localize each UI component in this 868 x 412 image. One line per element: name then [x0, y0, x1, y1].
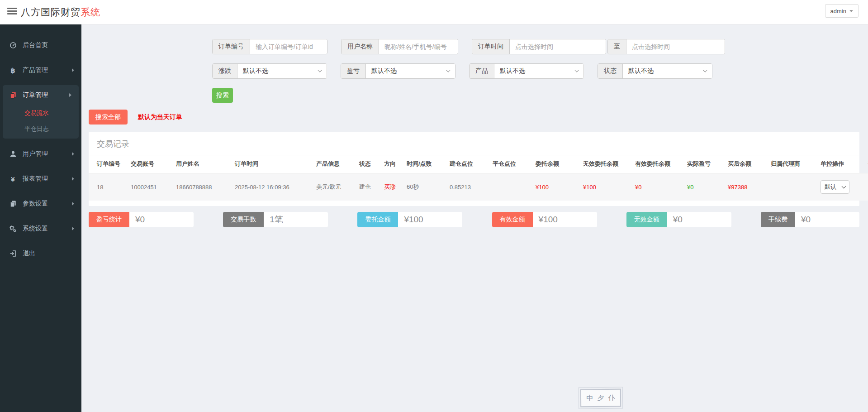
filter-group-user-name: 用户名称 [341, 39, 458, 54]
stat-value-profit-total: ¥0 [129, 212, 194, 227]
column-header: 详情 [864, 155, 868, 173]
column-header: 订单时间 [231, 155, 313, 173]
column-header: 方向 [380, 155, 403, 173]
stat-box-trade-count: 交易手数1笔 [223, 212, 328, 227]
search-all-button[interactable]: 搜索全部 [89, 110, 128, 125]
app-title: 八方国际财贸系统 [21, 6, 100, 19]
filter-group-product: 产品默认不选 [469, 63, 584, 79]
watermark-glyph: 夕 [597, 393, 604, 402]
chevron-down-icon [446, 68, 450, 72]
yen-icon: ¥ [9, 175, 17, 183]
chevron-down-icon [574, 68, 579, 72]
table-cell: 10002451 [127, 173, 172, 201]
filter-input-order-no[interactable] [250, 39, 327, 54]
column-header: 实际盈亏 [683, 155, 724, 173]
stat-box-invalid-amount: 无效金额¥0 [626, 212, 731, 227]
filter-input-order-time-end[interactable] [626, 39, 725, 54]
column-header: 状态 [356, 155, 380, 173]
table-cell: 0.85213 [446, 173, 489, 201]
chevron-down-icon [703, 68, 707, 72]
filter-select-profit[interactable]: 默认不选 [366, 64, 455, 78]
column-header: 建仓点位 [446, 155, 489, 173]
table-cell [864, 173, 868, 201]
watermark-glyph: 中 [586, 394, 593, 402]
sidebar-item-dashboard[interactable]: 后台首页 [0, 35, 81, 55]
filter-group-profit: 盈亏默认不选 [341, 63, 455, 79]
gears-icon [9, 225, 17, 233]
select-value: 默认不选 [371, 67, 397, 75]
sidebar-item-users[interactable]: 用户管理 [0, 144, 81, 164]
chevron-right-icon [72, 177, 74, 181]
chevron-down-icon [842, 184, 846, 189]
table-row: 1810002451186607888882025-08-12 16:09:36… [89, 173, 868, 201]
sidebar-item-products[interactable]: ฿产品管理 [0, 60, 81, 80]
filter-input-order-time-start[interactable] [510, 39, 606, 54]
table-cell: ¥100 [579, 173, 631, 201]
filter-group-order-time-start: 订单时间 [472, 39, 606, 54]
column-header: 用户姓名 [172, 155, 231, 173]
sidebar-item-logout[interactable]: 退出 [0, 244, 81, 263]
table-cell: 60秒 [403, 173, 446, 201]
table-cell: ¥97388 [724, 173, 767, 201]
main-content: 订单编号用户名称订单时间至 涨跌默认不选盈亏默认不选产品默认不选状态默认不选 搜… [81, 24, 868, 412]
select-value: 默认 [825, 183, 836, 191]
filter-select-product[interactable]: 默认不选 [494, 64, 583, 78]
filter-group-order-time-end: 至 [607, 39, 725, 54]
filter-label-status: 状态 [598, 64, 623, 78]
filter-label-profit: 盈亏 [341, 64, 366, 78]
table-cell: 18660788888 [172, 173, 231, 201]
filter-group-status: 状态默认不选 [598, 63, 712, 79]
filter-group-order-no: 订单编号 [212, 39, 327, 54]
filter-label-order-no: 订单编号 [213, 39, 250, 54]
column-header: 无效委托余额 [579, 155, 631, 173]
sidebar-subitem-trade-flow[interactable]: 交易流水 [3, 105, 79, 121]
sidebar-item-system[interactable]: 系统设置 [0, 219, 81, 239]
select-value: 默认不选 [500, 67, 525, 75]
column-header: 归属代理商 [767, 155, 817, 173]
stat-value-trade-count: 1笔 [264, 212, 328, 227]
default-today-hint: 默认为当天订单 [138, 113, 182, 121]
sidebar-item-label: 订单管理 [23, 91, 69, 99]
search-button[interactable]: 搜索 [212, 88, 233, 103]
user-dropdown[interactable]: admin [825, 4, 859, 18]
column-header: 订单编号 [89, 155, 127, 173]
table-cell: ¥0 [631, 173, 683, 201]
table-cell: 2025-08-12 16:09:36 [231, 173, 313, 201]
table-cell [489, 173, 532, 201]
sidebar-item-label: 参数设置 [23, 200, 72, 208]
stat-label-fee: 手续费 [761, 212, 795, 227]
chevron-right-icon [69, 93, 71, 97]
select-value: 默认不选 [243, 67, 268, 75]
trade-records-panel: 交易记录 订单编号交易账号用户姓名订单时间产品信息状态方向时间/点数建仓点位平仓… [89, 132, 859, 206]
column-header: 买后余额 [724, 155, 767, 173]
sidebar: 后台首页฿产品管理订单管理交易流水平仓日志用户管理¥报表管理参数设置系统设置退出 [0, 24, 81, 412]
stats-summary-row: 盈亏统计¥0交易手数1笔委托金额¥100有效金额¥100无效金额¥0手续费¥0 [89, 212, 859, 227]
order-control-select[interactable]: 默认 [821, 180, 849, 194]
stat-value-valid-amount: ¥100 [533, 212, 597, 227]
watermark-glyph: 仆 [608, 393, 615, 402]
column-header: 时间/点数 [403, 155, 446, 173]
column-header: 委托余额 [532, 155, 579, 173]
column-header: 单控操作 [817, 155, 864, 173]
logout-icon [9, 250, 17, 258]
table-cell: 默认 [817, 173, 864, 201]
table-cell [767, 173, 817, 201]
sidebar-subitem-close-log[interactable]: 平仓日志 [3, 121, 79, 137]
table-cell: 买涨 [380, 173, 403, 201]
stat-value-entrust-amount: ¥100 [398, 212, 462, 227]
filter-select-status[interactable]: 默认不选 [623, 64, 712, 78]
table-cell: 18 [89, 173, 127, 201]
filter-select-updown[interactable]: 默认不选 [237, 64, 327, 78]
sidebar-item-reports[interactable]: ¥报表管理 [0, 169, 81, 189]
sidebar-item-params[interactable]: 参数设置 [0, 194, 81, 214]
column-header: 有效委托余额 [631, 155, 683, 173]
table-cell: ¥0 [683, 173, 724, 201]
select-value: 默认不选 [628, 67, 654, 75]
bitcoin-icon: ฿ [9, 67, 17, 74]
app-title-accent: 系统 [81, 7, 100, 17]
sidebar-item-orders[interactable]: 订单管理 [3, 85, 79, 105]
hamburger-menu-icon[interactable] [7, 8, 17, 17]
watermark-stamp: 中夕仆 [580, 389, 621, 407]
filter-input-user-name[interactable] [379, 39, 458, 54]
chevron-right-icon [72, 202, 74, 206]
